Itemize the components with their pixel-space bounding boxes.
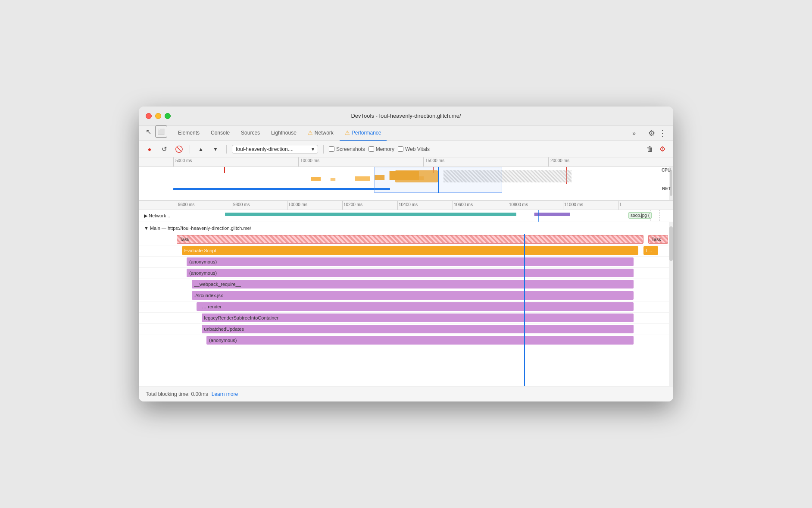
perf-toolbar: ● ↺ 🚫 ▲ ▼ foul-heavenly-direction.... ▾ … [139, 141, 673, 157]
tab-performance[interactable]: ⚠ Performance [340, 125, 387, 141]
anon-block-2[interactable]: (anonymous) [187, 269, 634, 277]
svg-rect-2 [355, 176, 370, 181]
flame-row-src[interactable]: ./src/index.jsx [139, 290, 673, 301]
overview-blue-bar [173, 188, 390, 190]
flame-row-anon-2[interactable]: (anonymous) [139, 268, 673, 279]
settings-area: ⚙ ⋮ [645, 125, 670, 141]
close-button[interactable] [146, 113, 152, 119]
devtools-window: DevTools - foul-heavenly-direction.glitc… [139, 107, 673, 401]
webpack-block[interactable]: __webpack_require__ [192, 280, 634, 288]
cpu-label: CPU [662, 168, 671, 172]
record-button[interactable]: ● [144, 144, 155, 155]
main-header: ▼ Main — https://foul-heavenly-direction… [139, 222, 673, 234]
timeline-ruler: 5000 ms 10000 ms 15000 ms 20000 ms [139, 157, 673, 167]
tab-bar: ↖ ⬜ Elements Console Sources Lighthouse … [139, 125, 673, 141]
svg-rect-6 [225, 213, 516, 216]
clear-button[interactable]: 🚫 [173, 144, 184, 155]
memory-toggle[interactable]: Memory [369, 146, 394, 152]
evaluate-block-right[interactable]: L... [643, 246, 659, 255]
tab-elements[interactable]: Elements [173, 125, 205, 141]
titlebar: DevTools - foul-heavenly-direction.glitc… [139, 107, 673, 125]
zoom-tick-11000: 11000 ms [563, 201, 618, 210]
render-block[interactable]: _… render [197, 302, 634, 311]
upload-button[interactable]: ▲ [195, 144, 206, 155]
svg-rect-7 [534, 213, 570, 216]
tab-sep-1 [170, 125, 170, 134]
flame-row-task[interactable]: Task Task [139, 234, 673, 245]
gear-red-icon[interactable]: ⚙ [657, 144, 668, 155]
src-block[interactable]: ./src/index.jsx [192, 291, 634, 300]
download-button[interactable]: ▼ [210, 144, 221, 155]
zoom-tick-10800: 10800 ms [508, 201, 563, 210]
zoom-tick-10400: 10400 ms [397, 201, 453, 210]
tab-sep-2 [642, 125, 642, 134]
tab-lighthouse[interactable]: Lighthouse [266, 125, 302, 141]
zoom-ruler: 9600 ms 9800 ms 10000 ms 10200 ms 10400 … [139, 201, 673, 210]
tab-sources[interactable]: Sources [236, 125, 265, 141]
network-warn-icon: ⚠ [308, 129, 313, 136]
task-block-right[interactable]: Task [648, 235, 668, 244]
blocking-time-text: Total blocking time: 0.00ms [146, 391, 208, 397]
network-label: ▶ Network .. [139, 213, 225, 219]
traffic-lights [146, 113, 171, 119]
devtools-cursor-icon[interactable]: ↖ [142, 125, 154, 138]
network-row[interactable]: ▶ Network .. soop.jpg ( [139, 210, 673, 222]
webvitals-toggle[interactable]: Web Vitals [398, 146, 430, 152]
reload-record-button[interactable]: ↺ [159, 144, 170, 155]
flame-row-render[interactable]: _… render [139, 301, 673, 313]
tab-console[interactable]: Console [206, 125, 235, 141]
flame-scrollbar-thumb[interactable] [669, 226, 673, 261]
ruler-tick-15000: 15000 ms [423, 157, 548, 166]
toolbar-sep-3 [323, 145, 324, 154]
ruler-tick-10000: 10000 ms [298, 157, 423, 166]
flame-cursor [524, 234, 525, 386]
network-bars-svg [225, 210, 673, 222]
tab-network[interactable]: ⚠ Network [303, 125, 339, 141]
flame-row-anon-1[interactable]: (anonymous) [139, 257, 673, 268]
dropdown-arrow-icon: ▾ [312, 146, 314, 152]
anon-block-1[interactable]: (anonymous) [187, 257, 634, 266]
minimize-button[interactable] [155, 113, 161, 119]
flame-scrollbar[interactable] [669, 222, 673, 386]
svg-rect-0 [311, 177, 321, 181]
zoom-tick-10600: 10600 ms [453, 201, 508, 210]
task-block[interactable]: Task [177, 235, 643, 244]
screenshots-toggle[interactable]: Screenshots [329, 146, 365, 152]
zoom-tick-10000: 10000 ms [287, 201, 342, 210]
overview-cursor [438, 167, 439, 193]
zoom-tick-10200: 10200 ms [342, 201, 397, 210]
performance-warn-icon: ⚠ [345, 129, 350, 136]
more-options-icon[interactable]: ⋮ [659, 129, 666, 138]
url-selector[interactable]: foul-heavenly-direction.... ▾ [232, 145, 318, 154]
flame-row-unbatched[interactable]: unbatchedUpdates [139, 324, 673, 335]
window-title: DevTools - foul-heavenly-direction.glitc… [351, 113, 461, 119]
learn-more-link[interactable]: Learn more [212, 391, 238, 397]
network-bar-container: soop.jpg ( [225, 210, 673, 222]
status-bar: Total blocking time: 0.00ms Learn more [139, 386, 673, 401]
toolbar-sep-2 [226, 145, 227, 154]
flame-row-webpack[interactable]: __webpack_require__ [139, 279, 673, 290]
svg-rect-1 [331, 178, 335, 181]
ruler-tick-20000: 20000 ms [548, 157, 673, 166]
settings-icon[interactable]: ⚙ [648, 129, 655, 138]
zoom-tick-9800: 9800 ms [232, 201, 287, 210]
zoom-tick-end: 1 [618, 201, 673, 210]
flame-chart-area: ▼ Main — https://foul-heavenly-direction… [139, 222, 673, 386]
flame-row-legacy[interactable]: legacyRenderSubtreeIntoContainer [139, 313, 673, 324]
zoom-tick-9600: 9600 ms [177, 201, 232, 210]
more-tabs-button[interactable]: » [629, 125, 639, 141]
legacy-block[interactable]: legacyRenderSubtreeIntoContainer [202, 314, 634, 322]
flame-row-evaluate[interactable]: Evaluate Script L... [139, 245, 673, 257]
toolbar-sep-1 [190, 145, 190, 154]
trash-icon[interactable]: 🗑 [646, 145, 653, 153]
scrollbar-thumb[interactable] [670, 170, 672, 196]
maximize-button[interactable] [165, 113, 171, 119]
ruler-tick-5000: 5000 ms [173, 157, 298, 166]
anon-block-3[interactable]: (anonymous) [206, 336, 634, 345]
flame-row-anon-3[interactable]: (anonymous) [139, 335, 673, 346]
devtools-inspect-icon[interactable]: ⬜ [155, 125, 167, 138]
soop-label: soop.jpg ( [628, 212, 652, 219]
unbatched-block[interactable]: unbatchedUpdates [202, 325, 634, 333]
timeline-overview-area[interactable]: 5000 ms 10000 ms 15000 ms 20000 ms CPU N… [139, 157, 673, 201]
evaluate-block[interactable]: Evaluate Script [182, 246, 639, 255]
